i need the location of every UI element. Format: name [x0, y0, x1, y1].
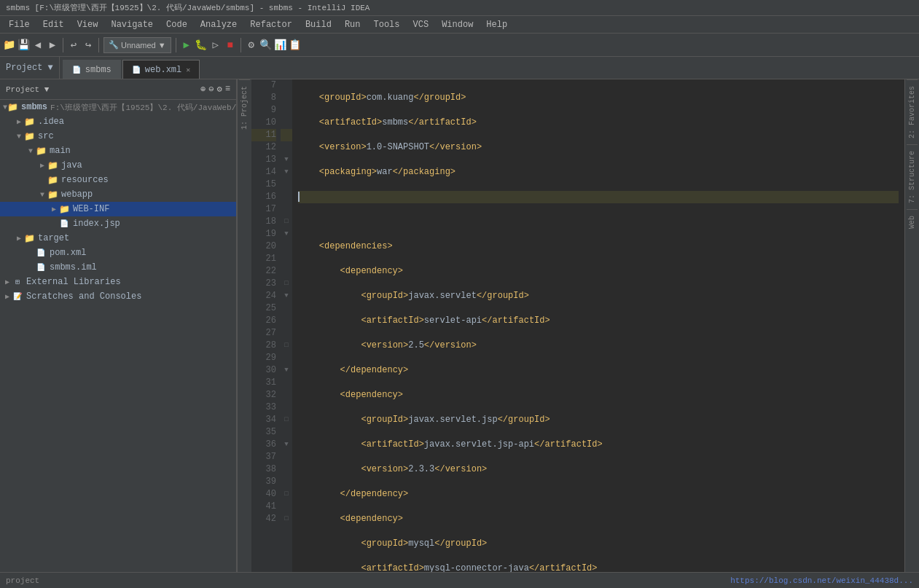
- sidebar-icon-1[interactable]: ⊕: [200, 84, 206, 95]
- code-line-9: <version>1.0-SNAPSHOT</version>: [298, 141, 899, 154]
- tree-item-scratches[interactable]: ▶ 📝 Scratches and Consoles: [0, 289, 236, 304]
- right-tool-strip: 2: Favorites 7: Structure Web: [904, 79, 919, 573]
- tree-item-smbiml[interactable]: 📄 smbms.iml: [0, 260, 236, 275]
- tree-label-pomxml: pom.xml: [50, 248, 86, 258]
- menu-view[interactable]: View: [71, 18, 104, 31]
- run-config-icon: 🔧: [109, 40, 119, 50]
- tree-label-main: main: [50, 146, 71, 156]
- menu-tools[interactable]: Tools: [368, 18, 406, 31]
- vtab-structure[interactable]: 7: Structure: [907, 144, 918, 209]
- menu-analyze[interactable]: Analyze: [195, 18, 243, 31]
- sidebar-icon-2[interactable]: ⊖: [208, 84, 214, 95]
- vtab-1-project[interactable]: 1: Project: [239, 79, 250, 136]
- tree-item-target[interactable]: ▶ 📁 target: [0, 231, 236, 246]
- tree-item-resources[interactable]: 📁 resources: [0, 173, 236, 187]
- tree-label-extlibs: External Libraries: [26, 277, 121, 287]
- menu-vcs[interactable]: VCS: [407, 18, 435, 31]
- sidebar-icon-3[interactable]: ⚙: [217, 84, 222, 95]
- menu-edit[interactable]: Edit: [37, 18, 70, 31]
- menu-window[interactable]: Window: [436, 18, 479, 31]
- toolbar-back-icon[interactable]: ◀: [32, 39, 44, 51]
- line-gutter: ▼ ▼ □ ▼ □ ▼ □ ▼ □ ▼ □: [281, 79, 292, 573]
- code-editor[interactable]: <groupId>com.kuang</groupId> <artifactId…: [292, 79, 904, 573]
- toolbar-sep-4: [240, 38, 241, 52]
- tree-arrow-scratches: ▶: [3, 292, 12, 301]
- menu-help[interactable]: Help: [480, 18, 513, 31]
- toolbar-open-icon[interactable]: 📁: [3, 39, 15, 51]
- code-line-14: <dependency>: [298, 265, 899, 278]
- tree-label-indexjsp: index.jsp: [73, 219, 120, 229]
- tree-arrow-webapp: ▼: [38, 191, 47, 199]
- toolbar-forward-icon[interactable]: ▶: [47, 39, 58, 51]
- toolbar-extra-1[interactable]: ⚙: [246, 39, 257, 51]
- tree-item-main[interactable]: ▼ 📁 main: [0, 144, 236, 158]
- toolbar-extra-2[interactable]: 🔍: [260, 39, 272, 51]
- vtab-favorites[interactable]: 2: Favorites: [907, 79, 918, 144]
- code-line-22: <version>2.3.3</version>: [298, 463, 899, 476]
- tree-item-webinf[interactable]: ▶ 📁 WEB-INF: [0, 202, 236, 216]
- tree-item-idea[interactable]: ▶ 📁 .idea: [0, 114, 236, 129]
- title-text: smbms [F:\班级管理\西开【19525】\2. 代码/JavaWeb/s…: [6, 2, 369, 13]
- toolbar-extra-3[interactable]: 📊: [275, 39, 286, 51]
- coverage-button[interactable]: ▷: [210, 39, 222, 51]
- tree-label-webapp: webapp: [61, 189, 93, 200]
- tree-label-src: src: [38, 131, 54, 141]
- file-icon-smbiml: 📄: [35, 262, 47, 273]
- menu-build[interactable]: Build: [300, 18, 337, 31]
- tree-item-indexjsp[interactable]: 📄 index.jsp: [0, 216, 236, 231]
- menu-code[interactable]: Code: [160, 18, 193, 31]
- toolbar-sep-2: [98, 38, 99, 52]
- status-left: project: [6, 576, 39, 585]
- run-button[interactable]: ▶: [181, 39, 192, 51]
- line-numbers: 7 8 9 10 11 12 13 14 15 16 17 18 19 20 2…: [251, 79, 281, 573]
- tab-webxml-label: web.xml: [145, 65, 181, 75]
- sidebar-tree: ▼ 📁 smbms F:\班级管理\西开【19525】\2. 代码/JavaWe…: [0, 100, 236, 573]
- vtab-web[interactable]: Web: [907, 209, 918, 235]
- left-tool-strip: 1: Project: [237, 79, 251, 573]
- folder-icon-target: 📁: [23, 232, 35, 244]
- file-icon-indexjsp: 📄: [58, 218, 70, 230]
- toolbar: 📁 💾 ◀ ▶ ↩ ↪ 🔧 Unnamed ▼ ▶ 🐛 ▷ ■ ⚙ 🔍 📊 📋: [0, 34, 919, 57]
- code-line-20: <groupId>javax.servlet.jsp</groupId>: [298, 414, 899, 426]
- toolbar-undo-icon[interactable]: ↩: [68, 39, 79, 51]
- sidebar: Project ▼ ⊕ ⊖ ⚙ ≡ ▼ 📁 smbms F:\班级管理\西开【1…: [0, 79, 237, 573]
- status-bar: project https://blog.csdn.net/weixin_444…: [0, 572, 919, 588]
- folder-icon-resources: 📁: [47, 174, 58, 186]
- tab-webxml[interactable]: 📄 web.xml ✕: [122, 60, 200, 79]
- sidebar-icon-4[interactable]: ≡: [225, 84, 230, 95]
- tree-item-smbms-root[interactable]: ▼ 📁 smbms F:\班级管理\西开【19525】\2. 代码/JavaWe…: [0, 100, 236, 114]
- folder-icon-webapp: 📁: [47, 189, 58, 200]
- tab-smbms[interactable]: 📄 smbms: [63, 60, 121, 79]
- folder-icon-webinf: 📁: [58, 203, 70, 215]
- code-line-25: <groupId>mysql</groupId>: [298, 538, 899, 550]
- folder-icon-idea: 📁: [23, 116, 35, 128]
- folder-icon-java: 📁: [47, 160, 58, 171]
- menu-navigate[interactable]: Navigate: [105, 18, 159, 31]
- stop-button[interactable]: ■: [224, 39, 236, 51]
- tree-item-pomxml[interactable]: 📄 pom.xml: [0, 246, 236, 260]
- project-tab[interactable]: Project ▼: [6, 63, 53, 73]
- code-line-12: [298, 216, 899, 228]
- tree-label-target: target: [38, 233, 69, 243]
- toolbar-save-icon[interactable]: 💾: [17, 39, 29, 51]
- toolbar-redo-icon[interactable]: ↪: [82, 39, 94, 51]
- code-line-24: <dependency>: [298, 513, 899, 525]
- tree-label-scratches: Scratches and Consoles: [26, 291, 141, 302]
- tab-smbms-label: smbms: [85, 65, 112, 75]
- toolbar-sep-1: [63, 38, 63, 52]
- tree-item-extlibs[interactable]: ▶ ⊞ External Libraries: [0, 275, 236, 289]
- toolbar-extra-4[interactable]: 📋: [289, 39, 301, 51]
- tree-item-webapp[interactable]: ▼ 📁 webapp: [0, 187, 236, 202]
- tab-webxml-close[interactable]: ✕: [186, 66, 190, 74]
- code-line-18: </dependency>: [298, 364, 899, 377]
- menu-refactor[interactable]: Refactor: [244, 18, 298, 31]
- tree-path-smbms: F:\班级管理\西开【19525】\2. 代码/JavaWeb/smbms: [50, 102, 236, 113]
- tree-item-src[interactable]: ▼ 📁 src: [0, 129, 236, 144]
- tree-arrow-idea: ▶: [15, 117, 23, 126]
- tree-item-java[interactable]: ▶ 📁 java: [0, 158, 236, 173]
- menu-file[interactable]: File: [3, 18, 36, 31]
- menu-run[interactable]: Run: [339, 18, 367, 31]
- menu-bar: File Edit View Navigate Code Analyze Ref…: [0, 16, 919, 34]
- debug-button[interactable]: 🐛: [195, 39, 207, 51]
- run-config-button[interactable]: 🔧 Unnamed ▼: [103, 37, 171, 53]
